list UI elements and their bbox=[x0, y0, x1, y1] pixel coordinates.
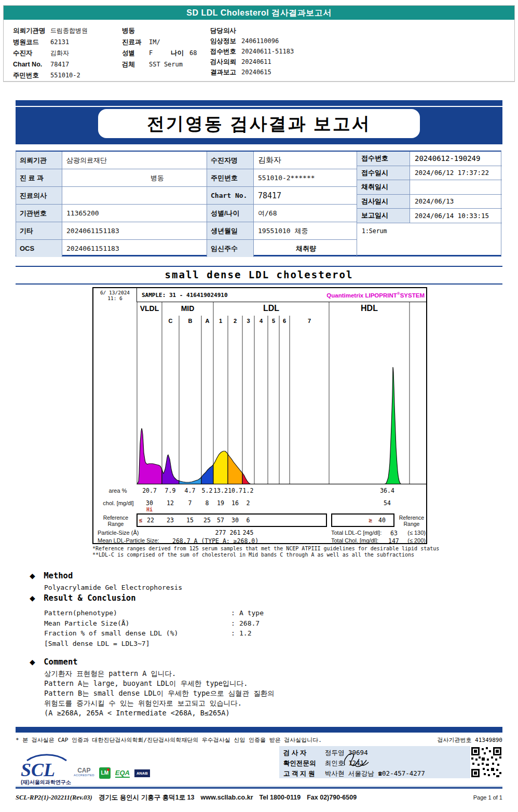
curve-hdl bbox=[384, 367, 402, 484]
particle-value: 245 bbox=[237, 529, 260, 536]
footer-accreditation-note: * 본 검사실은 CAP 인증과 대한진단검사의학회/진단검사의학재단의 우수검… bbox=[16, 736, 322, 744]
footer-lab-number: 검사기관번호 41349890 bbox=[420, 736, 502, 744]
field-value: 2406110096 bbox=[241, 36, 279, 46]
chol-value: 30 bbox=[138, 499, 161, 507]
field-value: 551010-2 bbox=[50, 70, 80, 82]
cell-label: 진 료 과 bbox=[16, 169, 62, 186]
cell-value: 20240612-190249 bbox=[410, 152, 502, 166]
field-label: 나이 bbox=[171, 48, 189, 59]
cell-label: 접수번호 bbox=[357, 152, 410, 166]
field-label: 주민번호 bbox=[13, 70, 50, 82]
gridlines bbox=[137, 302, 410, 484]
area-value: 36.4 bbox=[376, 487, 399, 494]
result-row: Mean Particle Size(Å):268.7 bbox=[44, 618, 264, 629]
cap-logo-text: CAP bbox=[74, 768, 94, 773]
result-rows: Pattern(phenotype):A type Mean Particle … bbox=[44, 608, 264, 648]
result-row: Fraction % of small dense LDL (%):1.2 bbox=[44, 628, 264, 639]
area-value: 20.7 bbox=[138, 487, 161, 494]
row-label-mean: Mean LDL-Particle Size: bbox=[98, 537, 159, 544]
lipoprint-chart: 6/ 13/2024 11: 6 SAMPLE: 31 - 4164190249… bbox=[92, 287, 427, 544]
colon: : bbox=[231, 628, 239, 639]
lm-cert-logo: LM bbox=[99, 767, 111, 779]
field-value: IM/ bbox=[149, 37, 160, 48]
total-chol-ref: (≤ 200) bbox=[404, 537, 426, 544]
curve-mid-a bbox=[201, 465, 213, 484]
table-row: 의뢰기관 삼광의료재단 수진자명 김화자 bbox=[16, 152, 357, 169]
sample-id: SAMPLE: 31 - 416419024910 bbox=[142, 292, 228, 299]
cell-value: 2024061151183 bbox=[62, 240, 207, 257]
staff-label: 고 객 지 원 bbox=[283, 768, 325, 779]
table-row: 기관번호 11365200 성별/나이 여/68 bbox=[16, 205, 357, 222]
colon: : bbox=[231, 618, 239, 629]
curve-ldl2 bbox=[228, 454, 242, 484]
table-row: 보고일시2024/06/14 10:33:15 bbox=[357, 209, 502, 223]
result-note: [Small dense LDL = LDL3~7] bbox=[44, 639, 264, 649]
hi-flag: Hi bbox=[138, 507, 161, 512]
result-value: 1.2 bbox=[239, 628, 251, 639]
cap-accredited-logo: CAP ACCREDITED bbox=[74, 768, 94, 778]
curve-mid-b bbox=[179, 477, 201, 484]
divider-line bbox=[16, 283, 502, 285]
chart-footnotes: *Reference ranges derived from 125 serum… bbox=[92, 546, 445, 558]
cell-value: 2024061151183 bbox=[62, 222, 207, 239]
cell-value: 삼광의료재단 bbox=[62, 152, 207, 169]
comment-heading: Comment bbox=[44, 657, 77, 667]
cell-value: 병동 bbox=[62, 169, 207, 186]
field-value: 20240611 bbox=[241, 57, 271, 67]
field-label: 진료과 bbox=[122, 37, 149, 48]
system-name-2: SYSTEM bbox=[400, 292, 425, 299]
cell-value: 여/68 bbox=[254, 205, 357, 222]
table-row: 진 료 과 병동 주민번호 551010-2****** bbox=[16, 169, 357, 187]
result-value: A type bbox=[239, 608, 264, 618]
cell-value: 김화자 bbox=[254, 152, 357, 169]
comment-line: (A ≥268A, 265A < Intermediate <268A, B≤2… bbox=[44, 708, 275, 718]
comment-lines: 상기환자 표현형은 pattern A 입니다. Pattern A는 larg… bbox=[44, 669, 275, 718]
field-value: 김화자 bbox=[50, 48, 69, 59]
field-label: 담당의사 bbox=[210, 25, 241, 36]
cell-value: 채취량 bbox=[254, 240, 357, 257]
serum-note: 1:Serum bbox=[357, 224, 502, 257]
field-value: 68 bbox=[189, 48, 197, 59]
eqa-cert-logo: EQA bbox=[115, 769, 130, 778]
comment-line: 위험도를 증가시킬 수 있는 위험인자로 보고되고 있습니다. bbox=[44, 698, 275, 708]
diamond-bullet-icon: ◆ bbox=[30, 658, 35, 666]
report-title: 전기영동 검사결과 보고서 bbox=[98, 109, 420, 138]
curve-vldl bbox=[137, 428, 162, 484]
result-label: Mean Particle Size(Å) bbox=[44, 618, 231, 629]
chart-date: 6/ 13/2024 bbox=[93, 290, 137, 295]
table-row: 진료의사 Chart No. 78417 bbox=[16, 187, 357, 205]
field-label: 임상정보 bbox=[210, 36, 241, 46]
field-value: 드림종합병원 bbox=[50, 25, 88, 37]
table-row: 접수일시2024/06/12 17:37:22 bbox=[357, 166, 502, 181]
page-number: Page 1 of 1 bbox=[473, 794, 502, 801]
row-label-reference: Reference bbox=[99, 515, 133, 521]
cell-label: 보고일시 bbox=[357, 209, 410, 223]
total-ldl-label: Total LDL-C [mg/dl]: bbox=[331, 530, 381, 536]
field-label: 결과보고 bbox=[210, 67, 241, 77]
total-ldl-value: 63 bbox=[390, 530, 398, 537]
staff-block: 검 사 자정두영 39694 확인전문의최인호 1241 고 객 지 원박사현 … bbox=[279, 746, 470, 778]
table-row: 기타 2024061151183 생년월일 19551010 체중 bbox=[16, 222, 357, 240]
staff-row: 확인전문의최인호 1241 bbox=[283, 758, 470, 768]
cap-logo-subtext: ACCREDITED bbox=[74, 773, 94, 778]
area-value: 1.2 bbox=[237, 487, 260, 494]
report-header: SD LDL Cholesterol 검사결과보고서 의뢰기관명드림종합병원 병… bbox=[3, 5, 515, 82]
doc-code: SCL-RP2(1)-202211(Rev.03) bbox=[16, 794, 92, 802]
lab-address: 경기도 용인시 기흥구 흥덕1로 13 bbox=[99, 793, 195, 802]
lab-tel: Tel 1800-0119 bbox=[260, 794, 301, 801]
footer-top-bar bbox=[16, 727, 502, 733]
cell-value: 11365200 bbox=[62, 205, 207, 222]
scl-logo: SCL (재)서울의과학연구소 bbox=[21, 754, 72, 786]
header-col-3: 담당의사 임상정보2406110096 접수번호20240611-51183 검… bbox=[210, 25, 294, 77]
result-row: Pattern(phenotype):A type bbox=[44, 608, 264, 618]
footnote-1: *Reference ranges derived from 125 serum… bbox=[92, 546, 445, 552]
footnote-2: **LDL-C is comprised of the sum of chole… bbox=[92, 552, 445, 558]
cell-label: 성별/나이 bbox=[207, 205, 254, 222]
section-title: small dense LDL cholesterol bbox=[0, 269, 518, 280]
field-label: 성별 bbox=[122, 48, 149, 59]
staff-label: 확인전문의 bbox=[283, 758, 325, 768]
result-label: Pattern(phenotype) bbox=[44, 608, 231, 618]
comment-line: Pattern B는 small dense LDL이 우세한 type으로 심… bbox=[44, 688, 275, 698]
field-label: 검사의뢰 bbox=[210, 57, 241, 67]
scl-logo-text: SCL bbox=[21, 761, 72, 779]
